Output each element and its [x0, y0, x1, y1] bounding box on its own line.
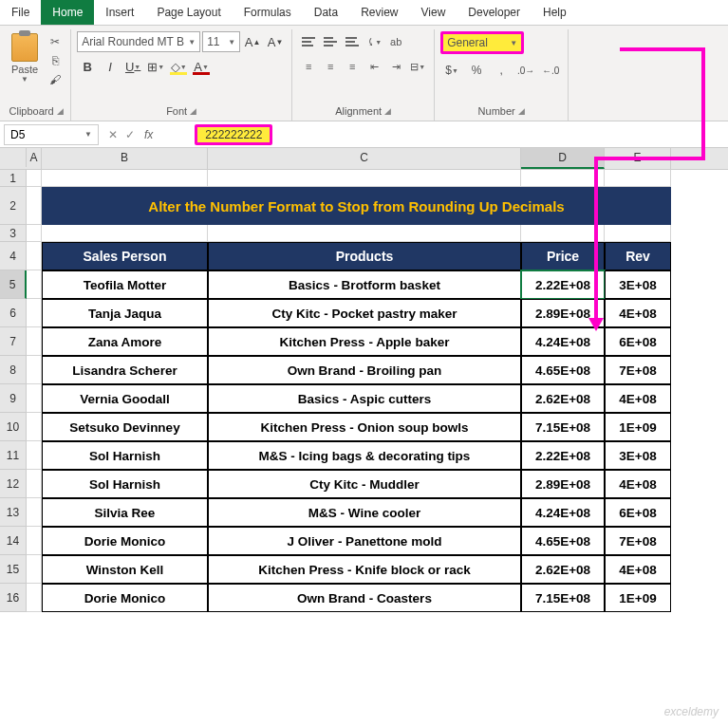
- cell-price[interactable]: 2.22E+08: [521, 270, 605, 299]
- cell[interactable]: [27, 470, 42, 498]
- cell-rev[interactable]: 4E+08: [605, 555, 671, 584]
- cell-rev[interactable]: 4E+08: [605, 384, 671, 413]
- cell-sales-person[interactable]: Sol Harnish: [42, 441, 208, 470]
- decrease-decimal-button[interactable]: ←.0: [539, 60, 562, 81]
- col-header-b[interactable]: B: [42, 148, 208, 169]
- increase-decimal-button[interactable]: .0→: [514, 60, 537, 81]
- header-price[interactable]: Price: [521, 242, 605, 270]
- cell-price[interactable]: 4.24E+08: [521, 498, 605, 527]
- cell-sales-person[interactable]: Zana Amore: [42, 327, 208, 356]
- cell-rev[interactable]: 4E+08: [605, 470, 671, 498]
- font-size-select[interactable]: 11▼: [202, 31, 240, 52]
- font-launcher[interactable]: ◢: [190, 106, 196, 116]
- cell-sales-person[interactable]: Vernia Goodall: [42, 384, 208, 413]
- cell[interactable]: [27, 270, 42, 299]
- cell-rev[interactable]: 1E+09: [605, 413, 671, 441]
- chevron-down-icon[interactable]: ▼: [21, 75, 28, 84]
- align-right-button[interactable]: ≡: [342, 56, 363, 77]
- cell[interactable]: [27, 170, 42, 187]
- font-name-select[interactable]: Arial Rounded MT B▼: [77, 31, 200, 52]
- fx-label[interactable]: fx: [140, 128, 157, 141]
- header-sales-person[interactable]: Sales Person: [42, 242, 208, 270]
- cell-product[interactable]: M&S - Icing bags & decorating tips: [208, 441, 521, 470]
- align-center-button[interactable]: ≡: [320, 56, 341, 77]
- borders-button[interactable]: ⊞▼: [145, 56, 166, 77]
- cell-price[interactable]: 7.15E+08: [521, 584, 605, 612]
- tab-help[interactable]: Help: [532, 0, 578, 25]
- cell[interactable]: [42, 225, 208, 242]
- align-left-button[interactable]: ≡: [298, 56, 319, 77]
- cell-price[interactable]: 2.62E+08: [521, 384, 605, 413]
- tab-formulas[interactable]: Formulas: [233, 0, 303, 25]
- merge-button[interactable]: ⊟▼: [407, 56, 428, 77]
- cell[interactable]: [208, 225, 521, 242]
- cell-rev[interactable]: 4E+08: [605, 299, 671, 327]
- cell[interactable]: [27, 527, 42, 555]
- cell[interactable]: [27, 327, 42, 356]
- cell[interactable]: [605, 170, 671, 187]
- cell-sales-person[interactable]: Lisandra Scherer: [42, 356, 208, 384]
- comma-button[interactable]: ,: [490, 60, 513, 81]
- cell-sales-person[interactable]: Winston Kell: [42, 555, 208, 584]
- cell[interactable]: [27, 242, 42, 270]
- cell-product[interactable]: Kitchen Press - Apple baker: [208, 327, 521, 356]
- cell[interactable]: [605, 225, 671, 242]
- align-top-button[interactable]: [298, 31, 319, 52]
- cell-sales-person[interactable]: Dorie Monico: [42, 584, 208, 612]
- cell[interactable]: [27, 555, 42, 584]
- name-box[interactable]: D5▼: [4, 124, 99, 145]
- cell-product[interactable]: Kitchen Press - Onion soup bowls: [208, 413, 521, 441]
- italic-button[interactable]: I: [100, 56, 121, 77]
- cell[interactable]: [27, 498, 42, 527]
- enter-icon[interactable]: ✓: [125, 128, 135, 141]
- number-launcher[interactable]: ◢: [518, 106, 525, 116]
- bold-button[interactable]: B: [77, 56, 98, 77]
- row-header[interactable]: 12: [0, 470, 27, 498]
- cell-product[interactable]: Kitchen Press - Knife block or rack: [208, 555, 521, 584]
- row-header[interactable]: 11: [0, 441, 27, 470]
- cell-price[interactable]: 4.65E+08: [521, 527, 605, 555]
- currency-button[interactable]: $▼: [440, 60, 463, 81]
- cell[interactable]: [27, 299, 42, 327]
- increase-font-button[interactable]: A▲: [242, 31, 263, 52]
- row-header[interactable]: 14: [0, 527, 27, 555]
- cell[interactable]: [521, 225, 605, 242]
- cell-sales-person[interactable]: Sol Harnish: [42, 470, 208, 498]
- cell[interactable]: [27, 441, 42, 470]
- align-middle-button[interactable]: [320, 31, 341, 52]
- cell-rev[interactable]: 3E+08: [605, 441, 671, 470]
- tab-view[interactable]: View: [410, 0, 457, 25]
- row-header[interactable]: 7: [0, 327, 27, 356]
- cell[interactable]: [27, 384, 42, 413]
- cell-sales-person[interactable]: Dorie Monico: [42, 527, 208, 555]
- row-header[interactable]: 2: [0, 187, 27, 225]
- font-color-button[interactable]: A▼: [191, 56, 212, 77]
- row-header[interactable]: 16: [0, 584, 27, 612]
- cell[interactable]: [42, 170, 208, 187]
- cell-rev[interactable]: 7E+08: [605, 527, 671, 555]
- row-header[interactable]: 10: [0, 413, 27, 441]
- row-header[interactable]: 6: [0, 299, 27, 327]
- row-header[interactable]: 13: [0, 498, 27, 527]
- clipboard-launcher[interactable]: ◢: [57, 106, 64, 116]
- number-format-select[interactable]: General▼: [440, 31, 524, 54]
- row-header[interactable]: 5: [0, 270, 27, 299]
- cell-sales-person[interactable]: Silvia Ree: [42, 498, 208, 527]
- col-header-d[interactable]: D: [521, 148, 605, 169]
- cell-rev[interactable]: 1E+09: [605, 584, 671, 612]
- decrease-indent-button[interactable]: ⇤: [364, 56, 384, 77]
- orientation-button[interactable]: ⤹▼: [364, 31, 384, 52]
- cell-rev[interactable]: 6E+08: [605, 327, 671, 356]
- cell-price[interactable]: 2.22E+08: [521, 441, 605, 470]
- cancel-icon[interactable]: ✕: [108, 128, 118, 141]
- cell-price[interactable]: 7.15E+08: [521, 413, 605, 441]
- cell[interactable]: [208, 170, 521, 187]
- tab-insert[interactable]: Insert: [94, 0, 145, 25]
- cell-price[interactable]: 2.62E+08: [521, 555, 605, 584]
- formula-value[interactable]: 222222222: [195, 124, 272, 145]
- tab-home[interactable]: Home: [41, 0, 94, 25]
- col-header-c[interactable]: C: [208, 148, 521, 169]
- underline-button[interactable]: U▼: [122, 56, 143, 77]
- cell-product[interactable]: Cty Kitc - Pocket pastry maker: [208, 299, 521, 327]
- cell-rev[interactable]: 3E+08: [605, 270, 671, 299]
